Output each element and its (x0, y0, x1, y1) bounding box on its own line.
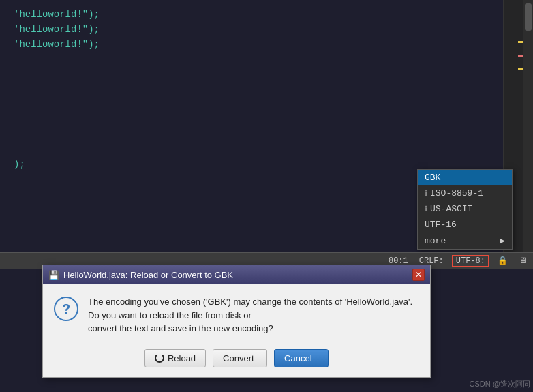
dialog-message-line2: Do you want to reload the file from disk… (88, 309, 412, 322)
code-line-blank7 (14, 142, 533, 157)
dialog-message-line3: convert the text and save in the new enc… (88, 322, 412, 335)
code-line-1: 'helloworld!"); (14, 7, 533, 22)
code-line-blank3 (14, 82, 533, 97)
dialog-title-text: HelloWorld.java: Reload or Convert to GB… (63, 270, 233, 280)
enc-info-iso-icon: ℹ (425, 189, 427, 198)
code-line-blank5 (14, 112, 533, 127)
minimap-mark-3 (518, 68, 523, 70)
dialog-titlebar-left: 💾 HelloWorld.java: Reload or Convert to … (48, 270, 233, 280)
scrollbar[interactable] (523, 0, 533, 252)
minimap-mark-2 (518, 55, 523, 57)
code-line-3: 'helloworld!"); (14, 37, 533, 52)
dialog-title-icon: 💾 (48, 270, 59, 280)
code-line-blank4 (14, 97, 533, 112)
scrollbar-thumb[interactable] (525, 3, 532, 31)
convert-button[interactable]: Convert (213, 349, 267, 367)
editor-area: 'helloworld!"); 'helloworld!"); 'hellowo… (0, 0, 533, 252)
minimap-mark-1 (518, 41, 523, 43)
dialog-message-line1: The encoding you've chosen ('GBK') may c… (88, 295, 412, 309)
code-content: 'helloworld!"); 'helloworld!"); 'hellowo… (0, 0, 533, 179)
dialog-close-button[interactable]: ✕ (412, 269, 425, 281)
enc-item-iso[interactable]: ℹ ISO-8859-1 (418, 185, 512, 201)
enc-label-gbk: GBK (425, 172, 440, 183)
status-lock-icon[interactable]: 🔒 (495, 256, 511, 266)
enc-item-utf16[interactable]: UTF-16 (418, 217, 512, 232)
dialog-buttons: Reload Convert Cancel (43, 344, 430, 377)
enc-info-ascii-icon: ℹ (425, 205, 427, 213)
enc-label-ascii: US-ASCII (430, 204, 472, 214)
code-line-blank (14, 52, 533, 67)
dialog-reload-convert: 💾 HelloWorld.java: Reload or Convert to … (42, 265, 431, 378)
reload-button-label: Reload (168, 353, 196, 363)
code-line-blank6 (14, 127, 533, 142)
enc-arrow-icon: ▶ (500, 235, 505, 246)
cancel-button-label: Cancel (284, 353, 311, 363)
enc-item-gbk[interactable]: GBK (418, 170, 512, 185)
reload-icon (155, 353, 164, 363)
cancel-button[interactable]: Cancel (274, 349, 329, 367)
encoding-dropdown[interactable]: GBK ℹ ISO-8859-1 ℹ US-ASCII UTF-16 more … (417, 169, 513, 250)
dialog-titlebar: 💾 HelloWorld.java: Reload or Convert to … (43, 265, 430, 284)
dialog-question-icon: ? (54, 297, 78, 321)
dialog-message: The encoding you've chosen ('GBK') may c… (88, 295, 412, 335)
enc-label-iso: ISO-8859-1 (430, 188, 483, 198)
reload-button[interactable]: Reload (144, 349, 206, 367)
enc-label-utf16: UTF-16 (425, 220, 457, 230)
enc-item-more[interactable]: more ▶ (418, 232, 512, 249)
dialog-body: ? The encoding you've chosen ('GBK') may… (43, 284, 430, 344)
code-line-blank2 (14, 67, 533, 82)
enc-label-more: more (425, 236, 446, 246)
watermark: CSDN @造次阿同 (470, 379, 530, 389)
status-server-icon[interactable]: 🖥 (516, 256, 530, 266)
code-line-2: 'helloworld!"); (14, 22, 533, 37)
convert-button-label: Convert (223, 353, 254, 363)
status-encoding[interactable]: UTF-8: (452, 255, 489, 267)
enc-item-ascii[interactable]: ℹ US-ASCII (418, 201, 512, 217)
